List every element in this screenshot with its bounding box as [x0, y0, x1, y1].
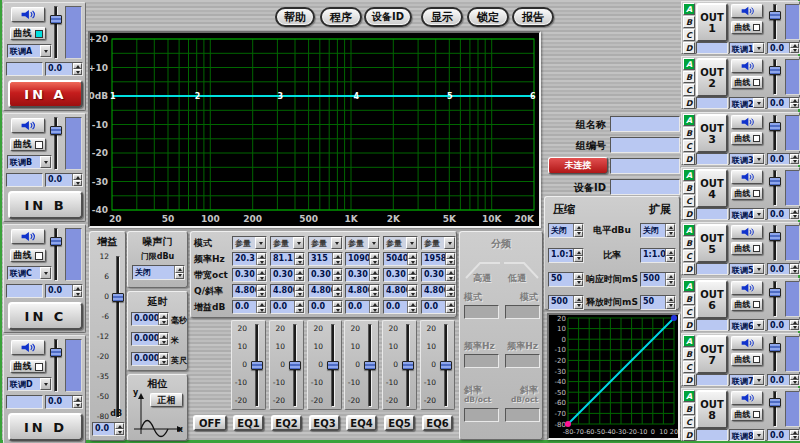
input-c-mute-button[interactable]: [11, 229, 45, 244]
exp-release-spinner[interactable]: 50: [640, 295, 676, 310]
eq5-mode-select[interactable]: 参量: [383, 236, 418, 250]
group-id-field[interactable]: [610, 137, 680, 153]
output-3-route-b-button[interactable]: B: [683, 127, 695, 139]
output-1-route-b-button[interactable]: B: [683, 16, 695, 28]
input-a-mute-button[interactable]: [11, 7, 45, 22]
input-a-select-button[interactable]: IN A: [8, 80, 83, 108]
output-4-level-slider[interactable]: [768, 170, 781, 206]
output-4-route-b-button[interactable]: B: [683, 182, 695, 194]
output-5-gain-spinner[interactable]: 0.0: [767, 263, 800, 275]
input-b-gain-spinner[interactable]: 0.0: [45, 173, 83, 187]
eq3-mode-select[interactable]: 参量: [308, 236, 343, 250]
eq4-q-spinner[interactable]: 4.800: [345, 284, 380, 298]
eq1-freq-spinner[interactable]: 20.3: [232, 252, 267, 266]
eq6-bw-spinner[interactable]: 0.30: [421, 268, 456, 282]
input-a-link-select[interactable]: 联调A: [7, 44, 52, 58]
output-2-route-b-button[interactable]: B: [683, 71, 695, 83]
output-8-route-b-button[interactable]: B: [683, 403, 695, 415]
display-button[interactable]: 显示: [421, 7, 463, 27]
output-7-route-c-button[interactable]: C: [683, 361, 695, 373]
comp-release-spinner[interactable]: 500: [548, 295, 584, 310]
eq3-gain-spinner[interactable]: 0.0: [308, 300, 343, 314]
eq1-gain-slider[interactable]: [250, 324, 263, 407]
output-4-route-c-button[interactable]: C: [683, 195, 695, 207]
output-4-mute-button[interactable]: [731, 170, 763, 184]
output-8-level-slider[interactable]: [768, 391, 781, 427]
output-3-gain-spinner[interactable]: 0.0: [767, 153, 800, 165]
delay-ms-spinner[interactable]: 0.000: [131, 312, 169, 326]
eq3-gain-slider[interactable]: [326, 324, 339, 407]
gain-value-spinner[interactable]: 0.0: [92, 422, 125, 436]
output-8-route-c-button[interactable]: C: [683, 416, 695, 428]
output-1-curve-button[interactable]: 曲线: [731, 21, 763, 34]
output-2-link-select[interactable]: 联调2: [729, 97, 765, 109]
eq3-q-spinner[interactable]: 4.800: [308, 284, 343, 298]
output-3-route-d-button[interactable]: D: [683, 153, 695, 165]
exp-ratio-spinner[interactable]: 1:1.0: [640, 248, 676, 263]
input-c-gain-spinner[interactable]: 0.0: [45, 284, 83, 298]
eq6-mode-select[interactable]: 参量: [421, 236, 456, 250]
gate-threshold-spinner[interactable]: 关闭: [132, 265, 185, 280]
output-2-name-field[interactable]: [696, 97, 728, 109]
output-7-select-button[interactable]: OUT7: [696, 335, 728, 374]
output-2-route-c-button[interactable]: C: [683, 84, 695, 96]
output-2-route-d-button[interactable]: D: [683, 97, 695, 109]
eq1-button[interactable]: EQ1: [233, 415, 264, 431]
output-6-route-a-button[interactable]: A: [683, 280, 695, 292]
eq2-button[interactable]: EQ2: [271, 415, 302, 431]
program-button[interactable]: 程序: [320, 7, 362, 27]
eq5-gain-spinner[interactable]: 0.0: [383, 300, 418, 314]
output-5-select-button[interactable]: OUT5: [696, 224, 728, 263]
eq2-q-spinner[interactable]: 4.800: [270, 284, 305, 298]
eq4-gain-slider[interactable]: [363, 324, 376, 407]
output-7-mute-button[interactable]: [731, 336, 763, 350]
help-button[interactable]: 帮助: [275, 7, 315, 27]
input-b-link-select[interactable]: 联调B: [7, 155, 52, 169]
output-8-route-a-button[interactable]: A: [683, 390, 695, 402]
output-1-name-field[interactable]: [696, 42, 728, 54]
output-6-route-d-button[interactable]: D: [683, 319, 695, 331]
output-8-link-select[interactable]: 联调8: [729, 429, 765, 441]
output-2-select-button[interactable]: OUT2: [696, 58, 728, 97]
output-6-mute-button[interactable]: [731, 281, 763, 295]
output-5-curve-button[interactable]: 曲线: [731, 242, 763, 255]
output-2-mute-button[interactable]: [731, 59, 763, 73]
connection-status-button[interactable]: 未连接: [548, 157, 608, 174]
output-3-route-a-button[interactable]: A: [683, 114, 695, 126]
eq1-gain-spinner[interactable]: 0.0: [232, 300, 267, 314]
eq6-gain-spinner[interactable]: 0.0: [421, 300, 456, 314]
input-c-curve-button[interactable]: 曲线: [10, 249, 46, 262]
output-4-route-d-button[interactable]: D: [683, 208, 695, 220]
output-7-route-d-button[interactable]: D: [683, 374, 695, 386]
output-3-link-select[interactable]: 联调3: [729, 153, 765, 165]
device-id-button[interactable]: 设备ID: [364, 7, 412, 27]
eq4-freq-spinner[interactable]: 1090: [345, 252, 380, 266]
input-a-curve-button[interactable]: 曲线: [10, 27, 46, 40]
output-2-gain-spinner[interactable]: 0.0: [767, 97, 800, 109]
output-7-route-a-button[interactable]: A: [683, 335, 695, 347]
output-5-mute-button[interactable]: [731, 225, 763, 239]
output-8-name-field[interactable]: [696, 429, 728, 441]
output-3-select-button[interactable]: OUT3: [696, 114, 728, 153]
output-3-name-field[interactable]: [696, 153, 728, 165]
eq6-freq-spinner[interactable]: 19585: [421, 252, 456, 266]
output-1-route-c-button[interactable]: C: [683, 29, 695, 41]
output-5-level-slider[interactable]: [768, 225, 781, 261]
output-6-level-slider[interactable]: [768, 281, 781, 317]
output-2-level-slider[interactable]: [768, 59, 781, 95]
output-3-mute-button[interactable]: [731, 115, 763, 129]
output-7-curve-button[interactable]: 曲线: [731, 353, 763, 366]
output-7-route-b-button[interactable]: B: [683, 348, 695, 360]
gain-slider[interactable]: [111, 256, 124, 418]
output-3-level-slider[interactable]: [768, 115, 781, 151]
output-5-route-a-button[interactable]: A: [683, 224, 695, 236]
eq2-gain-slider[interactable]: [288, 324, 301, 407]
eq4-gain-spinner[interactable]: 0.0: [345, 300, 380, 314]
eq2-bw-spinner[interactable]: 0.30: [270, 268, 305, 282]
output-8-route-d-button[interactable]: D: [683, 429, 695, 441]
eq2-freq-spinner[interactable]: 81.1: [270, 252, 305, 266]
comp-level-spinner[interactable]: 关闭: [548, 223, 584, 238]
eq6-q-spinner[interactable]: 4.800: [421, 284, 456, 298]
input-a-gain-spinner[interactable]: 0.0: [45, 62, 83, 76]
eq3-button[interactable]: EQ3: [309, 415, 340, 431]
